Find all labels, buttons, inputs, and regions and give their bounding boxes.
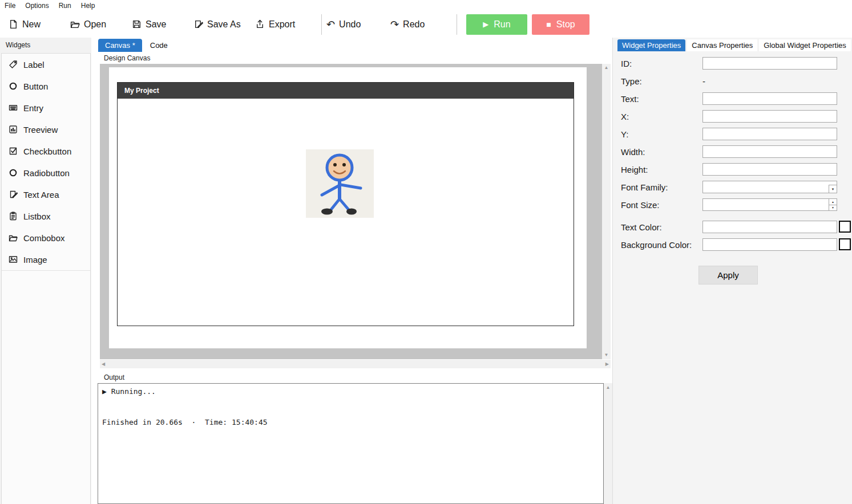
open-button[interactable]: Open xyxy=(70,19,132,30)
scroll-up-icon[interactable]: ▲ xyxy=(606,385,611,390)
prop-row-background-color: Background Color: xyxy=(613,238,852,251)
id-label: ID: xyxy=(621,59,702,68)
stop-button[interactable]: ■ Stop xyxy=(532,14,589,35)
menu-options[interactable]: Options xyxy=(25,2,49,10)
prop-row-x: X: xyxy=(613,110,852,123)
x-input[interactable] xyxy=(702,110,837,123)
menu-help[interactable]: Help xyxy=(81,2,95,10)
sidebar-item-listbox[interactable]: Listbox xyxy=(2,205,90,227)
new-document-icon xyxy=(9,19,18,29)
prop-row-font-size: Font Size: ▲ ▼ xyxy=(613,198,852,211)
redo-button[interactable]: ↷ Redo xyxy=(390,19,452,30)
background-color-input[interactable] xyxy=(702,238,837,251)
export-button[interactable]: Export xyxy=(255,19,317,30)
open-folder-icon xyxy=(70,19,80,29)
save-button[interactable]: Save xyxy=(132,19,193,30)
text-color-input[interactable] xyxy=(702,221,837,233)
undo-button[interactable]: ↶ Undo xyxy=(326,19,390,30)
font-size-input[interactable] xyxy=(702,198,837,211)
tab-global-widget-properties[interactable]: Global Widget Properties xyxy=(759,39,851,51)
toolbar-separator xyxy=(457,14,457,35)
sidebar-item-combobox[interactable]: Combobox xyxy=(2,227,90,249)
font-family-input[interactable] xyxy=(702,181,837,193)
widget-list: Label Button Entry Treeview xyxy=(1,53,91,504)
prop-row-id: ID: xyxy=(613,57,852,70)
folder-icon xyxy=(9,233,18,242)
spinner-buttons: ▲ ▼ xyxy=(829,199,837,210)
width-label: Width: xyxy=(621,147,702,157)
spin-up-button[interactable]: ▲ xyxy=(829,199,837,205)
save-as-button[interactable]: Save As xyxy=(193,19,255,30)
sidebar-item-checkbutton[interactable]: Checkbutton xyxy=(2,140,90,162)
width-input[interactable] xyxy=(702,145,837,158)
output-console[interactable]: ▶ Running... Finished in 20.66s · Time: … xyxy=(98,383,604,504)
output-line: Finished in 20.66s · Time: 15:40:45 xyxy=(102,417,599,428)
tab-canvas-properties[interactable]: Canvas Properties xyxy=(687,39,757,51)
prop-row-height: Height: xyxy=(613,163,852,176)
scroll-right-icon[interactable]: ▶ xyxy=(605,362,609,367)
sidebar-item-label[interactable]: Label xyxy=(2,54,90,75)
id-input[interactable] xyxy=(702,57,837,70)
stick-figure-image[interactable] xyxy=(306,149,374,218)
menu-run[interactable]: Run xyxy=(59,2,71,10)
sidebar-item-button[interactable]: Button xyxy=(2,75,90,97)
tab-code[interactable]: Code xyxy=(143,39,175,52)
undo-icon: ↶ xyxy=(326,19,335,30)
sidebar-item-treeview[interactable]: Treeview xyxy=(2,119,90,140)
spin-down-icon: ▼ xyxy=(831,206,834,209)
font-family-combobox[interactable]: ▼ xyxy=(702,181,837,193)
run-icon: ▶ xyxy=(483,20,488,29)
y-label: Y: xyxy=(621,129,702,139)
preview-window-body[interactable] xyxy=(118,99,574,326)
radio-icon xyxy=(9,168,18,177)
editor-area: Canvas * Code Design Canvas My Project xyxy=(91,38,612,504)
sidebar-item-entry[interactable]: Entry xyxy=(2,97,90,119)
preview-window[interactable]: My Project xyxy=(117,82,574,326)
run-button[interactable]: ▶ Run xyxy=(466,14,527,35)
prop-row-font-family: Font Family: ▼ xyxy=(613,181,852,193)
spin-down-button[interactable]: ▼ xyxy=(829,205,837,211)
tab-widget-properties[interactable]: Widget Properties xyxy=(617,39,685,51)
height-input[interactable] xyxy=(702,163,837,176)
properties-tab-bar: Widget Properties Canvas Properties Glob… xyxy=(613,39,852,51)
scroll-up-icon[interactable]: ▲ xyxy=(604,66,609,70)
bar-chart-icon xyxy=(9,125,18,134)
background-color-label: Background Color: xyxy=(621,240,702,250)
prop-row-y: Y: xyxy=(613,128,852,140)
chevron-down-icon: ▼ xyxy=(831,188,835,191)
sidebar-item-radiobutton[interactable]: Radiobutton xyxy=(2,162,90,184)
app-window: File Options Run Help New Open Save Save… xyxy=(0,0,852,504)
text-input[interactable] xyxy=(702,92,837,105)
tab-canvas[interactable]: Canvas * xyxy=(98,39,142,52)
menu-file[interactable]: File xyxy=(5,2,15,10)
type-value: - xyxy=(702,76,705,86)
output-caption: Output xyxy=(91,368,612,383)
save-as-label: Save As xyxy=(207,19,241,30)
output-scrollbar[interactable]: ▲ xyxy=(604,383,612,504)
y-input[interactable] xyxy=(702,128,837,140)
canvas-horizontal-scrollbar[interactable]: ◀ ▶ xyxy=(100,360,611,368)
text-color-label: Text Color: xyxy=(621,222,702,232)
new-button[interactable]: New xyxy=(9,19,70,30)
background-color-swatch[interactable] xyxy=(839,238,851,250)
widgets-sidebar: Widgets Label Button Entry xyxy=(0,38,91,504)
sidebar-item-image[interactable]: Image xyxy=(2,249,90,270)
design-canvas-viewport: My Project xyxy=(100,64,611,359)
scroll-left-icon[interactable]: ◀ xyxy=(102,362,105,367)
toolbar-separator xyxy=(321,14,322,35)
stop-icon: ■ xyxy=(546,20,551,29)
canvas-vertical-scrollbar[interactable]: ▲ ▼ xyxy=(602,64,611,359)
scroll-down-icon[interactable]: ▼ xyxy=(604,353,609,357)
canvas-workspace[interactable]: My Project xyxy=(100,64,602,359)
menu-bar: File Options Run Help xyxy=(0,0,852,11)
canvas-page[interactable]: My Project xyxy=(109,67,587,348)
apply-button[interactable]: Apply xyxy=(698,266,758,284)
spin-up-icon: ▲ xyxy=(831,200,834,204)
combobox-dropdown-button[interactable]: ▼ xyxy=(829,185,837,193)
text-color-swatch[interactable] xyxy=(839,221,851,233)
redo-icon: ↷ xyxy=(390,19,399,30)
clipboard-icon xyxy=(9,212,18,221)
prop-row-width: Width: xyxy=(613,145,852,158)
font-size-spinner[interactable]: ▲ ▼ xyxy=(702,198,837,211)
sidebar-item-text-area[interactable]: Text Area xyxy=(2,184,90,205)
